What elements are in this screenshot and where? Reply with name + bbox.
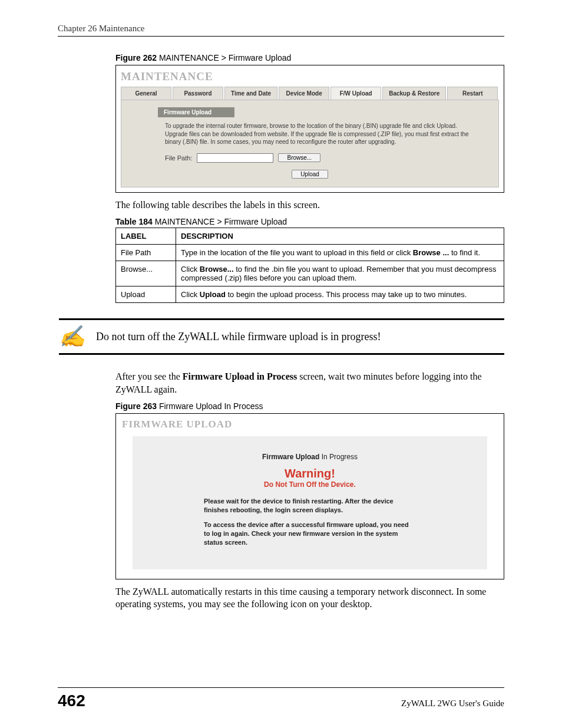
progress-heading-rest: In Progress bbox=[319, 453, 358, 461]
figure-262-caption-bold: Figure 262 bbox=[115, 53, 157, 62]
maintenance-tabs: General Password Time and Date Device Mo… bbox=[121, 87, 499, 100]
table-row: File Path Type in the location of the fi… bbox=[116, 245, 504, 261]
table-row: Upload Click Upload to begin the upload … bbox=[116, 286, 504, 303]
cell-text: Type in the location of the file you wan… bbox=[181, 248, 413, 257]
note-block: ✍ Do not turn off the ZyWALL while firmw… bbox=[59, 318, 504, 355]
table-184-caption-bold: Table 184 bbox=[115, 217, 153, 226]
pencil-note-icon: ✍ bbox=[59, 326, 85, 347]
table-184: LABEL DESCRIPTION File Path Type in the … bbox=[115, 228, 504, 303]
progress-heading-bold: Firmware Upload bbox=[262, 453, 319, 461]
intro-paragraph-1: The following table describes the labels… bbox=[115, 199, 504, 212]
cell-text: to find it. bbox=[449, 248, 480, 257]
progress-heading: Firmware Upload In Progress bbox=[154, 453, 466, 461]
figure-262-screenshot: MAINTENANCE General Password Time and Da… bbox=[115, 65, 504, 193]
figure-262-caption-rest: MAINTENANCE > Firmware Upload bbox=[157, 53, 291, 62]
tab-time-and-date[interactable]: Time and Date bbox=[224, 87, 277, 100]
figure-263-caption-rest: Firmware Upload In Process bbox=[157, 401, 263, 411]
upload-button[interactable]: Upload bbox=[292, 170, 328, 179]
progress-paragraph-2: To access the device after a successful … bbox=[204, 521, 416, 547]
running-header: Chapter 26 Maintenance bbox=[0, 24, 562, 36]
header-rule bbox=[58, 36, 504, 37]
tab-general[interactable]: General bbox=[121, 87, 171, 100]
file-path-row: File Path: Browse... bbox=[128, 151, 491, 165]
table-row: Browse... Click Browse... to find the .b… bbox=[116, 261, 504, 286]
intro-paragraph-2: After you see the Firmware Upload in Pro… bbox=[115, 370, 504, 396]
note-rule-bottom bbox=[59, 353, 504, 355]
figure-263-caption-bold: Figure 263 bbox=[115, 401, 157, 411]
cell-bold: Upload bbox=[200, 290, 226, 299]
warning-subtitle: Do Not Turn Off the Device. bbox=[154, 480, 466, 489]
figure-263-caption: Figure 263 Firmware Upload In Process bbox=[115, 401, 504, 411]
fw-upload-pane: Firmware Upload To upgrade the internal … bbox=[121, 100, 499, 187]
cell-label: Browse... bbox=[116, 261, 176, 286]
file-path-label: File Path: bbox=[165, 154, 192, 162]
cell-desc: Click Browse... to find the .bin file yo… bbox=[176, 261, 504, 286]
page-footer: 462 ZyWALL 2WG User's Guide bbox=[0, 687, 562, 710]
p2-bold: Firmware Upload in Process bbox=[183, 371, 297, 381]
guide-title: ZyWALL 2WG User's Guide bbox=[401, 699, 504, 709]
warning-title: Warning! bbox=[154, 467, 466, 480]
cell-text: to begin the upload process. This proces… bbox=[226, 290, 467, 299]
table-184-head-label: LABEL bbox=[116, 228, 176, 245]
tab-backup-restore[interactable]: Backup & Restore bbox=[382, 87, 446, 100]
firmware-upload-band: Firmware Upload bbox=[158, 107, 234, 117]
footer-rule bbox=[58, 687, 504, 688]
cell-bold: Browse... bbox=[200, 265, 234, 274]
p2-pre: After you see the bbox=[115, 371, 183, 381]
table-184-head-desc: DESCRIPTION bbox=[176, 228, 504, 245]
table-184-caption: Table 184 MAINTENANCE > Firmware Upload bbox=[115, 217, 504, 226]
file-path-input[interactable] bbox=[197, 153, 273, 163]
tab-fw-upload[interactable]: F/W Upload bbox=[330, 87, 381, 100]
cell-desc: Click Upload to begin the upload process… bbox=[176, 286, 504, 303]
progress-card: Firmware Upload In Progress Warning! Do … bbox=[133, 436, 487, 569]
maintenance-page-title: MAINTENANCE bbox=[116, 65, 504, 87]
intro-paragraph-3: The ZyWALL automatically restarts in thi… bbox=[115, 585, 504, 611]
cell-label: File Path bbox=[116, 245, 176, 261]
page-number: 462 bbox=[58, 691, 85, 710]
cell-text: Click bbox=[181, 290, 200, 299]
tab-device-mode[interactable]: Device Mode bbox=[279, 87, 329, 100]
cell-label: Upload bbox=[116, 286, 176, 303]
progress-paragraph-1: Please wait for the device to finish res… bbox=[204, 497, 416, 515]
cell-desc: Type in the location of the file you wan… bbox=[176, 245, 504, 261]
browse-button[interactable]: Browse... bbox=[278, 153, 320, 162]
tab-password[interactable]: Password bbox=[173, 87, 223, 100]
tab-restart[interactable]: Restart bbox=[447, 87, 498, 100]
figure-263-screenshot: FIRMWARE UPLOAD Firmware Upload In Progr… bbox=[115, 413, 504, 579]
firmware-upload-instructions: To upgrade the internal router firmware,… bbox=[128, 121, 491, 151]
table-184-caption-rest: MAINTENANCE > Firmware Upload bbox=[153, 217, 287, 226]
note-text: Do not turn off the ZyWALL while firmwar… bbox=[96, 331, 381, 343]
figure-262-caption: Figure 262 MAINTENANCE > Firmware Upload bbox=[115, 53, 504, 62]
cell-bold: Browse ... bbox=[413, 248, 449, 257]
firmware-upload-page-title: FIRMWARE UPLOAD bbox=[116, 414, 504, 436]
cell-text: Click bbox=[181, 265, 200, 274]
